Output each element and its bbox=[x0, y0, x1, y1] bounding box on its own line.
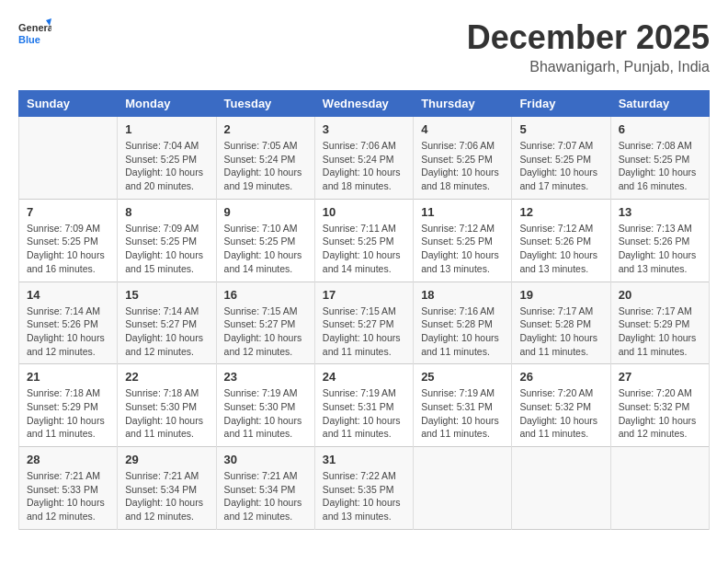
day-info: Sunrise: 7:18 AM Sunset: 5:30 PM Dayligh… bbox=[125, 386, 208, 441]
day-info: Sunrise: 7:21 AM Sunset: 5:34 PM Dayligh… bbox=[224, 469, 307, 523]
day-cell: 16Sunrise: 7:15 AM Sunset: 5:27 PM Dayli… bbox=[216, 282, 314, 364]
week-row-2: 7Sunrise: 7:09 AM Sunset: 5:25 PM Daylig… bbox=[19, 199, 710, 282]
day-cell: 22Sunrise: 7:18 AM Sunset: 5:30 PM Dayli… bbox=[118, 364, 216, 447]
day-cell: 18Sunrise: 7:16 AM Sunset: 5:28 PM Dayli… bbox=[414, 282, 512, 364]
day-cell: 24Sunrise: 7:19 AM Sunset: 5:31 PM Dayli… bbox=[314, 364, 413, 447]
day-cell: 25Sunrise: 7:19 AM Sunset: 5:31 PM Dayli… bbox=[414, 364, 512, 447]
day-number: 5 bbox=[519, 122, 602, 136]
day-number: 29 bbox=[125, 453, 208, 466]
day-cell: 31Sunrise: 7:22 AM Sunset: 5:35 PM Dayli… bbox=[314, 447, 413, 530]
day-number: 26 bbox=[519, 370, 602, 384]
day-info: Sunrise: 7:18 AM Sunset: 5:29 PM Dayligh… bbox=[27, 386, 109, 441]
day-cell: 27Sunrise: 7:20 AM Sunset: 5:32 PM Dayli… bbox=[610, 364, 709, 447]
logo-svg: General Blue bbox=[18, 18, 51, 52]
page-header: General Blue December 2025 Bhawanigarh, … bbox=[18, 18, 710, 75]
day-number: 28 bbox=[27, 453, 109, 466]
day-info: Sunrise: 7:22 AM Sunset: 5:35 PM Dayligh… bbox=[323, 469, 405, 523]
day-number: 15 bbox=[125, 288, 208, 302]
day-info: Sunrise: 7:16 AM Sunset: 5:28 PM Dayligh… bbox=[421, 304, 504, 359]
day-info: Sunrise: 7:17 AM Sunset: 5:29 PM Dayligh… bbox=[619, 304, 701, 359]
day-cell: 28Sunrise: 7:21 AM Sunset: 5:33 PM Dayli… bbox=[19, 447, 118, 530]
day-number: 24 bbox=[323, 370, 405, 384]
header-friday: Friday bbox=[512, 91, 610, 117]
day-info: Sunrise: 7:19 AM Sunset: 5:30 PM Dayligh… bbox=[224, 386, 307, 441]
day-cell: 12Sunrise: 7:12 AM Sunset: 5:26 PM Dayli… bbox=[512, 199, 610, 282]
day-cell: 29Sunrise: 7:21 AM Sunset: 5:34 PM Dayli… bbox=[118, 447, 216, 530]
day-number: 25 bbox=[421, 370, 504, 384]
day-cell: 1Sunrise: 7:04 AM Sunset: 5:25 PM Daylig… bbox=[118, 117, 216, 200]
day-cell: 7Sunrise: 7:09 AM Sunset: 5:25 PM Daylig… bbox=[19, 199, 118, 282]
day-info: Sunrise: 7:20 AM Sunset: 5:32 PM Dayligh… bbox=[519, 386, 602, 441]
day-number: 8 bbox=[125, 205, 208, 219]
day-info: Sunrise: 7:15 AM Sunset: 5:27 PM Dayligh… bbox=[224, 304, 307, 359]
day-number: 6 bbox=[619, 122, 701, 136]
day-number: 12 bbox=[519, 205, 602, 219]
day-info: Sunrise: 7:19 AM Sunset: 5:31 PM Dayligh… bbox=[323, 386, 405, 441]
day-number: 11 bbox=[421, 205, 504, 219]
day-number: 1 bbox=[125, 122, 208, 136]
day-cell bbox=[414, 447, 512, 530]
day-cell bbox=[512, 447, 610, 530]
day-cell: 11Sunrise: 7:12 AM Sunset: 5:25 PM Dayli… bbox=[414, 199, 512, 282]
day-cell: 20Sunrise: 7:17 AM Sunset: 5:29 PM Dayli… bbox=[610, 282, 709, 364]
header-saturday: Saturday bbox=[610, 91, 709, 117]
day-number: 13 bbox=[619, 205, 701, 219]
day-cell: 10Sunrise: 7:11 AM Sunset: 5:25 PM Dayli… bbox=[314, 199, 413, 282]
day-info: Sunrise: 7:15 AM Sunset: 5:27 PM Dayligh… bbox=[323, 304, 405, 359]
day-number: 4 bbox=[421, 122, 504, 136]
day-info: Sunrise: 7:14 AM Sunset: 5:26 PM Dayligh… bbox=[27, 304, 109, 359]
header-thursday: Thursday bbox=[414, 91, 512, 117]
day-cell bbox=[19, 117, 118, 200]
day-number: 20 bbox=[619, 288, 701, 302]
day-number: 3 bbox=[323, 122, 405, 136]
header-monday: Monday bbox=[118, 91, 216, 117]
day-cell: 13Sunrise: 7:13 AM Sunset: 5:26 PM Dayli… bbox=[610, 199, 709, 282]
day-cell: 17Sunrise: 7:15 AM Sunset: 5:27 PM Dayli… bbox=[314, 282, 413, 364]
week-row-4: 21Sunrise: 7:18 AM Sunset: 5:29 PM Dayli… bbox=[19, 364, 710, 447]
header-row: SundayMondayTuesdayWednesdayThursdayFrid… bbox=[19, 91, 710, 117]
calendar-table: SundayMondayTuesdayWednesdayThursdayFrid… bbox=[18, 90, 710, 530]
title-block: December 2025 Bhawanigarh, Punjab, India bbox=[467, 18, 710, 75]
day-info: Sunrise: 7:08 AM Sunset: 5:25 PM Dayligh… bbox=[619, 139, 701, 193]
day-cell: 14Sunrise: 7:14 AM Sunset: 5:26 PM Dayli… bbox=[19, 282, 118, 364]
day-number: 21 bbox=[27, 370, 109, 384]
day-info: Sunrise: 7:13 AM Sunset: 5:26 PM Dayligh… bbox=[619, 222, 701, 276]
week-row-3: 14Sunrise: 7:14 AM Sunset: 5:26 PM Dayli… bbox=[19, 282, 710, 364]
header-tuesday: Tuesday bbox=[216, 91, 314, 117]
day-number: 7 bbox=[27, 205, 109, 219]
day-number: 16 bbox=[224, 288, 307, 302]
day-cell: 26Sunrise: 7:20 AM Sunset: 5:32 PM Dayli… bbox=[512, 364, 610, 447]
day-cell: 21Sunrise: 7:18 AM Sunset: 5:29 PM Dayli… bbox=[19, 364, 118, 447]
day-number: 2 bbox=[224, 122, 307, 136]
day-number: 22 bbox=[125, 370, 208, 384]
header-sunday: Sunday bbox=[19, 91, 118, 117]
day-info: Sunrise: 7:17 AM Sunset: 5:28 PM Dayligh… bbox=[519, 304, 602, 359]
day-cell: 3Sunrise: 7:06 AM Sunset: 5:24 PM Daylig… bbox=[314, 117, 413, 200]
day-info: Sunrise: 7:21 AM Sunset: 5:34 PM Dayligh… bbox=[125, 469, 208, 523]
day-number: 31 bbox=[323, 453, 405, 466]
week-row-5: 28Sunrise: 7:21 AM Sunset: 5:33 PM Dayli… bbox=[19, 447, 710, 530]
logo: General Blue bbox=[18, 18, 51, 52]
day-number: 14 bbox=[27, 288, 109, 302]
day-cell: 19Sunrise: 7:17 AM Sunset: 5:28 PM Dayli… bbox=[512, 282, 610, 364]
day-info: Sunrise: 7:06 AM Sunset: 5:24 PM Dayligh… bbox=[323, 139, 405, 193]
day-cell: 8Sunrise: 7:09 AM Sunset: 5:25 PM Daylig… bbox=[118, 199, 216, 282]
day-info: Sunrise: 7:12 AM Sunset: 5:25 PM Dayligh… bbox=[421, 222, 504, 276]
day-cell: 4Sunrise: 7:06 AM Sunset: 5:25 PM Daylig… bbox=[414, 117, 512, 200]
day-info: Sunrise: 7:06 AM Sunset: 5:25 PM Dayligh… bbox=[421, 139, 504, 193]
day-info: Sunrise: 7:11 AM Sunset: 5:25 PM Dayligh… bbox=[323, 222, 405, 276]
day-number: 23 bbox=[224, 370, 307, 384]
day-cell: 5Sunrise: 7:07 AM Sunset: 5:25 PM Daylig… bbox=[512, 117, 610, 200]
day-info: Sunrise: 7:10 AM Sunset: 5:25 PM Dayligh… bbox=[224, 222, 307, 276]
day-number: 27 bbox=[619, 370, 701, 384]
day-cell: 6Sunrise: 7:08 AM Sunset: 5:25 PM Daylig… bbox=[610, 117, 709, 200]
day-info: Sunrise: 7:20 AM Sunset: 5:32 PM Dayligh… bbox=[619, 386, 701, 441]
day-info: Sunrise: 7:21 AM Sunset: 5:33 PM Dayligh… bbox=[27, 469, 109, 523]
day-cell: 9Sunrise: 7:10 AM Sunset: 5:25 PM Daylig… bbox=[216, 199, 314, 282]
day-cell: 23Sunrise: 7:19 AM Sunset: 5:30 PM Dayli… bbox=[216, 364, 314, 447]
day-number: 9 bbox=[224, 205, 307, 219]
header-wednesday: Wednesday bbox=[314, 91, 413, 117]
day-number: 17 bbox=[323, 288, 405, 302]
day-number: 18 bbox=[421, 288, 504, 302]
svg-text:Blue: Blue bbox=[18, 34, 40, 45]
